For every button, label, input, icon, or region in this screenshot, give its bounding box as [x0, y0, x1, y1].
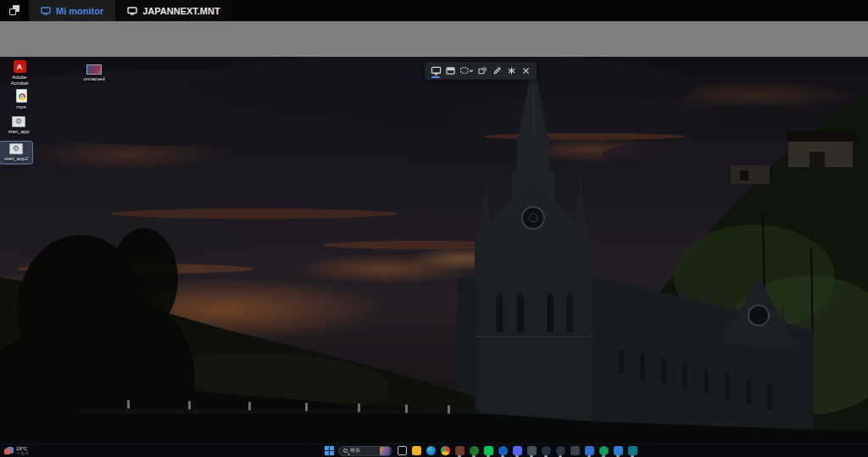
desktop-icon-mps[interactable]: mps — [5, 87, 37, 112]
taskbar-app-app-maroon[interactable] — [454, 444, 465, 457]
windows-logo-icon — [325, 446, 329, 450]
tab-mi-monitor[interactable]: Mi monitor — [29, 0, 115, 21]
search-placeholder: 検索 — [350, 447, 360, 454]
search-daily-image — [380, 447, 390, 455]
desktop-icon-start-app2[interactable]: ⚙start_app2 — [0, 142, 32, 164]
taskbar-app-file-explorer[interactable] — [411, 444, 421, 457]
window-capture-button[interactable] — [444, 63, 456, 79]
app-gear-icon — [527, 446, 537, 455]
app-green-ring-icon — [470, 446, 479, 455]
windows-logo-icon — [330, 451, 334, 455]
mail-icon — [585, 446, 594, 455]
edge-icon — [426, 446, 436, 455]
monitor-icon — [127, 7, 137, 15]
close-toolbar-icon — [522, 67, 530, 75]
taskbar-app-app-slate[interactable] — [570, 444, 580, 457]
remote-monitor-app: Mi monitor JAPANNEXT.MNT — [0, 0, 868, 457]
tab-label: Mi monitor — [56, 6, 103, 16]
taskbar-app-task-view[interactable] — [397, 444, 407, 457]
remote-desktop-view[interactable]: AAdobe Acrobatunnamedmps⚙start_app⚙start… — [0, 57, 868, 457]
gear-file-icon: ⚙ — [12, 116, 25, 127]
gear-file-icon: ⚙ — [9, 143, 23, 154]
close-toolbar-button[interactable] — [520, 63, 531, 79]
desktop-icon-unnamed[interactable]: unnamed — [78, 63, 110, 84]
taskbar-app-edge[interactable] — [426, 444, 436, 457]
desktop-icon-label: start_app — [8, 129, 29, 135]
chrome-file-icon — [16, 89, 27, 103]
wallpaper-las-lajas — [0, 57, 868, 457]
weather-icon — [4, 447, 14, 454]
all-monitors-button[interactable] — [0, 0, 29, 21]
letterbox-bar — [0, 21, 868, 57]
dim-overlay — [0, 57, 868, 457]
taskbar-app-app-gear[interactable] — [526, 444, 537, 457]
effects-tool-button[interactable] — [505, 63, 517, 79]
taskbar-app-app-green-ring[interactable] — [469, 444, 479, 457]
start-button[interactable] — [325, 446, 334, 455]
desktop-icon-adobe-acrobat[interactable]: AAdobe Acrobat — [3, 59, 36, 88]
windows-logo-icon — [325, 451, 329, 455]
weather-text: 19°C くもり — [16, 446, 29, 456]
taskbar-app-app-blue[interactable] — [498, 444, 508, 457]
taskbar-app-app-green[interactable] — [598, 444, 609, 457]
app-dark-icon — [556, 446, 565, 455]
taskbar-app-mail[interactable] — [584, 444, 594, 457]
taskbar-app-chrome[interactable] — [440, 444, 450, 457]
desktop-icon-label: Adobe Acrobat — [4, 75, 35, 86]
window-capture-icon — [445, 66, 456, 75]
taskbar-app-photos[interactable] — [613, 444, 623, 457]
taskbar-app-store[interactable] — [627, 444, 637, 457]
search-icon — [343, 449, 348, 453]
freeform-capture-icon — [477, 66, 488, 75]
desktop-icon-label: mps — [16, 104, 25, 110]
monitor-tab-bar: Mi monitor JAPANNEXT.MNT — [0, 0, 868, 21]
monitor-icon — [41, 7, 51, 15]
image-icon — [86, 64, 102, 75]
line-icon — [484, 446, 493, 455]
discord-icon — [513, 446, 522, 455]
app-maroon-icon — [455, 446, 465, 455]
region-capture-icon — [459, 66, 474, 75]
capture-toolbar — [425, 62, 537, 80]
desktop-icon-label: unnamed — [83, 76, 104, 82]
taskbar-app-steam[interactable] — [541, 444, 551, 457]
tab-bar-filler — [232, 0, 868, 21]
taskbar-app-discord[interactable] — [512, 444, 522, 457]
effects-tool-icon — [507, 66, 516, 75]
region-capture-button[interactable] — [459, 63, 474, 79]
tab-japannext[interactable]: JAPANNEXT.MNT — [115, 0, 231, 21]
tab-label: JAPANNEXT.MNT — [142, 6, 220, 16]
store-icon — [628, 446, 637, 455]
taskbar-apps — [397, 444, 637, 457]
windows-logo-icon — [330, 446, 334, 450]
taskbar-app-line[interactable] — [483, 444, 493, 457]
app-slate-icon — [570, 446, 580, 455]
task-view-icon — [398, 446, 407, 455]
taskbar: 19°C くもり 検索 — [0, 443, 868, 457]
steam-icon — [542, 446, 551, 455]
acrobat-icon: A — [14, 60, 26, 73]
app-blue-icon — [498, 446, 508, 455]
fullscreen-capture-icon — [431, 66, 442, 75]
freeform-capture-button[interactable] — [476, 63, 488, 79]
taskbar-center: 検索 — [325, 444, 637, 457]
photos-icon — [614, 446, 623, 455]
weather-widget[interactable]: 19°C くもり — [2, 444, 31, 457]
weather-condition: くもり — [16, 451, 29, 455]
fullscreen-capture-button[interactable] — [430, 63, 442, 79]
app-green-icon — [599, 446, 609, 455]
taskbar-app-app-dark[interactable] — [555, 444, 565, 457]
duplicate-monitors-icon — [8, 4, 21, 17]
desktop-icon-start-app[interactable]: ⚙start_app — [3, 114, 35, 137]
file-explorer-icon — [412, 446, 421, 455]
chrome-icon — [441, 446, 450, 455]
pen-tool-button[interactable] — [491, 63, 503, 79]
pen-tool-icon — [492, 66, 502, 75]
desktop-icon-label: start_app2 — [4, 156, 28, 162]
search-box[interactable]: 検索 — [338, 446, 392, 456]
